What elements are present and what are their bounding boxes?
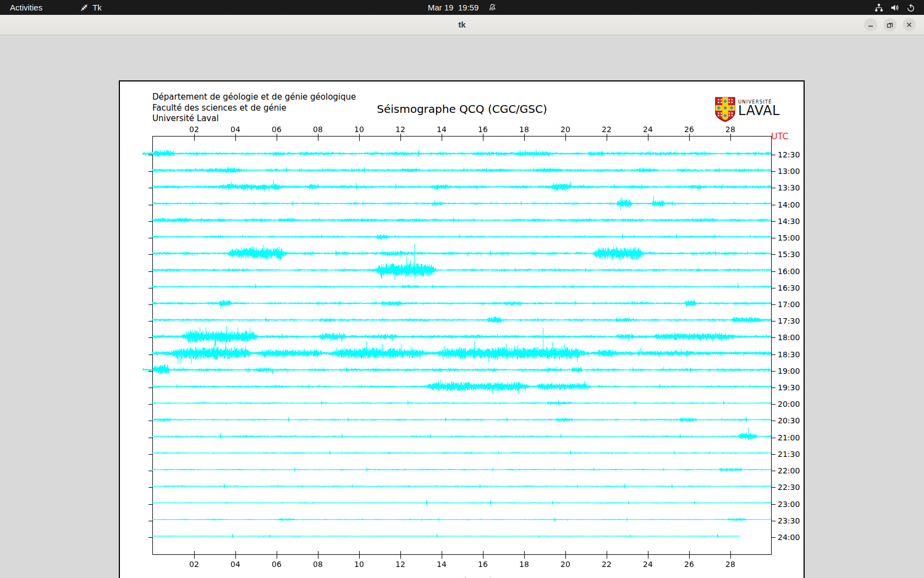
x-tick-bottom bbox=[194, 551, 195, 559]
window-controls bbox=[864, 18, 916, 31]
clock-text: Mar 19 19:59 bbox=[428, 3, 479, 12]
utc-time-label: 15:00 bbox=[778, 233, 800, 242]
x-tick-top bbox=[730, 134, 731, 141]
utc-time-label: 19:00 bbox=[778, 367, 800, 375]
x-tick-label-bottom: 08 bbox=[306, 560, 330, 569]
y-tick-right bbox=[771, 404, 776, 405]
x-tick-label-top: 26 bbox=[677, 125, 701, 134]
utc-time-label: 21:00 bbox=[778, 433, 800, 442]
utc-time-label: 21:30 bbox=[778, 450, 800, 459]
y-tick-right bbox=[771, 521, 776, 521]
y-tick-left bbox=[148, 155, 153, 155]
x-tick-top bbox=[565, 134, 566, 141]
y-tick-right bbox=[771, 421, 776, 421]
x-tick-label-top: 28 bbox=[718, 125, 743, 134]
utc-time-label: 13:30 bbox=[778, 183, 800, 192]
utc-time-label: 17:30 bbox=[778, 317, 800, 325]
x-tick-label-bottom: 02 bbox=[182, 560, 206, 569]
maximize-button[interactable] bbox=[883, 18, 897, 31]
x-tick-top bbox=[442, 134, 442, 141]
x-tick-bottom bbox=[689, 551, 690, 559]
x-tick-label-top: 02 bbox=[182, 125, 206, 134]
utc-time-label: 20:30 bbox=[778, 416, 800, 425]
x-tick-top bbox=[524, 134, 525, 141]
x-tick-label-top: 22 bbox=[595, 125, 619, 134]
y-tick-left bbox=[148, 288, 153, 288]
y-tick-left bbox=[148, 355, 153, 355]
utc-time-label: 19:30 bbox=[778, 383, 800, 392]
x-tick-bottom bbox=[565, 551, 566, 559]
system-tray[interactable] bbox=[869, 0, 921, 15]
x-tick-bottom bbox=[318, 551, 318, 559]
y-tick-right bbox=[771, 171, 776, 172]
x-tick-label-bottom: 22 bbox=[595, 560, 619, 569]
x-tick-bottom bbox=[235, 551, 236, 559]
x-tick-bottom bbox=[442, 551, 442, 559]
y-tick-left bbox=[148, 271, 153, 272]
y-tick-left bbox=[148, 454, 153, 455]
network-wired-icon bbox=[875, 3, 883, 12]
y-tick-right bbox=[771, 504, 776, 505]
notifications-disabled-icon bbox=[488, 3, 496, 12]
y-tick-right bbox=[771, 304, 776, 305]
utc-time-label: 20:00 bbox=[778, 400, 800, 408]
utc-axis-label: UTC bbox=[771, 131, 789, 141]
y-tick-right bbox=[771, 537, 776, 538]
x-tick-label-bottom: 16 bbox=[471, 560, 495, 569]
x-tick-top bbox=[318, 134, 318, 141]
x-tick-top bbox=[400, 134, 401, 141]
x-tick-top bbox=[277, 134, 277, 141]
utc-time-label: 14:00 bbox=[778, 200, 800, 209]
y-tick-left bbox=[148, 321, 153, 321]
x-tick-label-bottom: 28 bbox=[718, 560, 743, 569]
plot-layer: UTC Minutes écoulées 0202040406060808101… bbox=[120, 81, 804, 578]
y-tick-right bbox=[771, 155, 776, 155]
x-tick-label-top: 04 bbox=[223, 125, 248, 134]
minimize-button[interactable] bbox=[864, 18, 877, 31]
y-tick-right bbox=[771, 388, 776, 388]
x-tick-top bbox=[194, 134, 195, 141]
tk-icon bbox=[80, 3, 89, 12]
x-tick-top bbox=[235, 134, 236, 141]
x-tick-label-bottom: 10 bbox=[347, 560, 371, 569]
x-tick-top bbox=[607, 134, 607, 141]
y-tick-right bbox=[771, 487, 776, 488]
x-tick-label-bottom: 06 bbox=[265, 560, 289, 569]
y-tick-left bbox=[148, 238, 153, 238]
x-tick-label-top: 20 bbox=[553, 125, 578, 134]
y-tick-left bbox=[148, 188, 153, 188]
utc-time-label: 23:00 bbox=[778, 500, 800, 509]
volume-icon bbox=[890, 3, 899, 12]
y-tick-left bbox=[148, 404, 153, 405]
x-tick-label-top: 16 bbox=[471, 125, 495, 134]
y-tick-right bbox=[771, 438, 776, 438]
utc-time-label: 14:30 bbox=[778, 217, 800, 226]
screen: Activities Tk Mar 19 19:59 bbox=[0, 0, 924, 578]
x-tick-top bbox=[648, 134, 648, 141]
x-tick-label-bottom: 24 bbox=[636, 560, 660, 569]
y-tick-right bbox=[771, 371, 776, 372]
utc-time-label: 15:30 bbox=[778, 250, 800, 259]
y-tick-right bbox=[771, 188, 776, 188]
top-bar: Activities Tk Mar 19 19:59 bbox=[0, 0, 924, 15]
x-tick-label-bottom: 26 bbox=[677, 560, 701, 569]
utc-time-label: 22:00 bbox=[778, 466, 800, 475]
utc-time-label: 22:30 bbox=[778, 483, 800, 492]
y-tick-right bbox=[771, 321, 776, 321]
x-tick-bottom bbox=[483, 551, 483, 559]
y-tick-left bbox=[148, 337, 153, 338]
seismogram-canvas bbox=[142, 140, 771, 554]
y-tick-left bbox=[148, 537, 153, 538]
app-menu-tk[interactable]: Tk bbox=[74, 0, 107, 15]
utc-time-label: 12:30 bbox=[778, 150, 800, 159]
y-tick-right bbox=[771, 254, 776, 255]
activities-button[interactable]: Activities bbox=[4, 0, 48, 15]
y-tick-left bbox=[148, 254, 153, 255]
y-tick-right bbox=[771, 471, 776, 471]
x-tick-bottom bbox=[648, 551, 648, 559]
clock-button[interactable]: Mar 19 19:59 bbox=[422, 0, 502, 15]
close-button[interactable] bbox=[903, 18, 916, 31]
seismograph-document: Département de géologie et de génie géol… bbox=[119, 80, 805, 578]
y-tick-right bbox=[771, 337, 776, 338]
y-tick-left bbox=[148, 438, 153, 438]
